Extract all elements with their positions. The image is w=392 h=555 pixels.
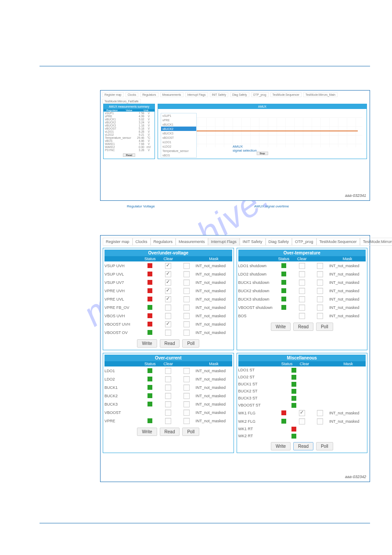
clear-checkbox[interactable] bbox=[299, 279, 305, 286]
mask-checkbox[interactable] bbox=[183, 313, 190, 319]
dropdown-option[interactable]: vSUP1 bbox=[161, 113, 196, 118]
fig1-tab[interactable]: TestMode:Sequencer bbox=[270, 92, 302, 97]
write-button[interactable]: Write bbox=[271, 323, 291, 331]
fig2-tab[interactable]: Regulators bbox=[151, 238, 176, 246]
mask-text: INT_not_masked bbox=[196, 394, 232, 398]
mask-checkbox[interactable] bbox=[183, 401, 190, 407]
fig1-tab[interactable]: Measurements bbox=[160, 92, 183, 97]
read-button[interactable]: Read bbox=[293, 442, 313, 450]
poll-button[interactable]: Poll bbox=[182, 339, 199, 348]
mask-checkbox[interactable] bbox=[183, 385, 190, 391]
read-button[interactable]: Read bbox=[160, 428, 180, 436]
dropdown-option[interactable]: vBUCK2 bbox=[161, 127, 196, 131]
dropdown-option[interactable]: vBOOST bbox=[161, 135, 196, 140]
mask-checkbox[interactable] bbox=[317, 305, 323, 311]
fig2-tab[interactable]: Diag Safety bbox=[266, 238, 292, 246]
clear-checkbox[interactable] bbox=[165, 330, 171, 336]
mask-checkbox[interactable] bbox=[183, 368, 190, 374]
clear-checkbox[interactable] bbox=[299, 305, 305, 311]
fig2-tab[interactable]: Register map bbox=[103, 238, 133, 246]
fig1-tab[interactable]: Interrupt Flags bbox=[185, 92, 208, 97]
mask-checkbox[interactable] bbox=[317, 271, 323, 277]
clear-checkbox[interactable] bbox=[299, 263, 305, 269]
annotation-amux-selection: AMUX signal selection bbox=[233, 145, 257, 152]
mask-checkbox[interactable] bbox=[183, 288, 190, 294]
mask-checkbox[interactable] bbox=[183, 330, 190, 336]
fig1-tab[interactable]: INIT Safety bbox=[210, 92, 228, 97]
poll-button[interactable]: Poll bbox=[316, 323, 333, 331]
fig1-tab[interactable]: TestMode:Mirrors_FailSafe bbox=[102, 99, 141, 104]
clear-checkbox[interactable] bbox=[165, 385, 171, 391]
clear-checkbox[interactable] bbox=[165, 271, 171, 277]
amux-signal-dropdown[interactable]: vSUP1vPREvBUCK1vBUCK2vBUCK3vBOOSTvLDO1vL… bbox=[161, 113, 197, 158]
poll-button[interactable]: Poll bbox=[316, 442, 333, 450]
mask-checkbox[interactable] bbox=[183, 376, 190, 382]
dropdown-option[interactable]: vPRE bbox=[161, 118, 196, 122]
fig2-tab[interactable]: TestMode:Sequencer bbox=[316, 238, 360, 246]
clear-checkbox[interactable] bbox=[165, 393, 171, 399]
fig1-tab[interactable]: Register map bbox=[102, 92, 124, 97]
fig1-tab[interactable]: TestMode:Mirrors_Main bbox=[303, 92, 338, 97]
clear-checkbox[interactable] bbox=[299, 410, 305, 416]
amux-graph-title: AMUX bbox=[158, 104, 367, 109]
write-button[interactable]: Write bbox=[137, 339, 157, 348]
fig2-tab[interactable]: TestMode:Mirrors_M bbox=[360, 238, 392, 246]
fig1-tab[interactable]: Clocks bbox=[126, 92, 139, 97]
mask-checkbox[interactable] bbox=[183, 296, 190, 302]
fig1-tab[interactable]: OTP_prog bbox=[251, 92, 269, 97]
clear-checkbox[interactable] bbox=[165, 288, 171, 294]
clear-checkbox[interactable] bbox=[165, 313, 171, 319]
clear-checkbox[interactable] bbox=[165, 368, 171, 374]
mask-checkbox[interactable] bbox=[317, 296, 323, 302]
fig2-tab[interactable]: INIT Safety bbox=[240, 238, 266, 246]
mask-checkbox[interactable] bbox=[183, 271, 190, 277]
clear-checkbox[interactable] bbox=[299, 288, 305, 294]
dropdown-option[interactable]: Temperature_sensor bbox=[161, 149, 196, 153]
fig2-tab[interactable]: Clocks bbox=[133, 238, 151, 246]
fig2-tab[interactable]: OTP_prog bbox=[292, 238, 316, 246]
dropdown-option[interactable]: vLDO1 bbox=[161, 140, 196, 144]
clear-checkbox[interactable] bbox=[165, 263, 171, 269]
clear-checkbox[interactable] bbox=[165, 296, 171, 302]
mask-checkbox[interactable] bbox=[183, 305, 190, 311]
read-button[interactable]: Read bbox=[123, 153, 135, 157]
mask-checkbox[interactable] bbox=[317, 313, 323, 319]
clear-checkbox[interactable] bbox=[299, 296, 305, 302]
stop-button[interactable]: Stop bbox=[256, 152, 268, 155]
mask-checkbox[interactable] bbox=[317, 288, 323, 294]
mask-checkbox[interactable] bbox=[317, 418, 323, 424]
fig2-tab[interactable]: Measurements bbox=[176, 238, 208, 246]
clear-checkbox[interactable] bbox=[165, 321, 171, 327]
flag-label: BUCK1 ST bbox=[238, 382, 287, 386]
read-button[interactable]: Read bbox=[293, 323, 313, 331]
mask-checkbox[interactable] bbox=[317, 263, 323, 269]
clear-checkbox[interactable] bbox=[299, 271, 305, 277]
mask-checkbox[interactable] bbox=[317, 410, 323, 416]
dropdown-option[interactable]: vBOS bbox=[161, 153, 196, 157]
write-button[interactable]: Write bbox=[137, 428, 157, 436]
clear-checkbox[interactable] bbox=[165, 305, 171, 311]
poll-button[interactable]: Poll bbox=[182, 428, 199, 436]
mask-checkbox[interactable] bbox=[317, 279, 323, 286]
mask-checkbox[interactable] bbox=[183, 410, 190, 416]
mask-checkbox[interactable] bbox=[183, 393, 190, 399]
clear-checkbox[interactable] bbox=[165, 410, 171, 416]
mask-checkbox[interactable] bbox=[183, 279, 190, 286]
clear-checkbox[interactable] bbox=[165, 418, 171, 424]
fig1-tab[interactable]: Regulators bbox=[140, 92, 158, 97]
read-button[interactable]: Read bbox=[160, 339, 180, 348]
clear-checkbox[interactable] bbox=[165, 279, 171, 286]
dropdown-option[interactable]: vBUCK1 bbox=[161, 122, 196, 127]
fig1-tab[interactable]: Diag Safety bbox=[230, 92, 249, 97]
mask-checkbox[interactable] bbox=[183, 263, 190, 269]
mask-checkbox[interactable] bbox=[183, 321, 190, 327]
dropdown-option[interactable]: vBUCK3 bbox=[161, 131, 196, 135]
write-button[interactable]: Write bbox=[271, 442, 291, 450]
fig2-tab[interactable]: Interrupt Flags bbox=[208, 238, 240, 246]
clear-checkbox[interactable] bbox=[299, 418, 305, 424]
clear-checkbox[interactable] bbox=[165, 401, 171, 407]
dropdown-option[interactable]: vLDO2 bbox=[161, 144, 196, 149]
mask-checkbox[interactable] bbox=[183, 418, 190, 424]
clear-checkbox[interactable] bbox=[165, 376, 171, 382]
clear-checkbox[interactable] bbox=[299, 313, 305, 319]
